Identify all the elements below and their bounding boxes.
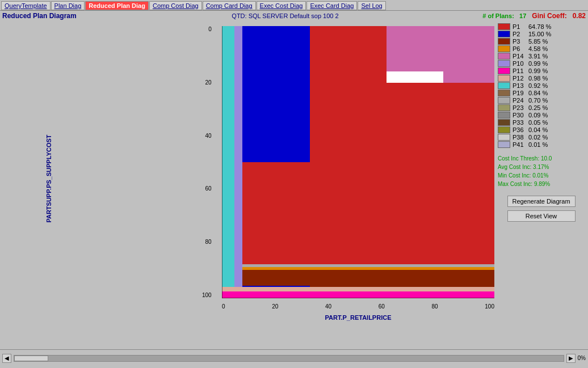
scroll-left-button[interactable]: ◀ xyxy=(2,354,11,363)
main-content: Reduced Plan Diagram QTD: SQL SERVER Def… xyxy=(0,11,588,366)
legend-label-p2: P2 xyxy=(513,31,528,37)
gini-label: Gini Coeff: xyxy=(532,12,566,20)
legend-color-p23 xyxy=(498,104,510,111)
scroll-right-button[interactable]: ▶ xyxy=(566,354,576,363)
legend-color-p1 xyxy=(498,23,510,30)
legend-item-p30: P30 0.09 % xyxy=(498,112,585,119)
svg-rect-35 xyxy=(242,264,494,267)
chart-container: PARTSUPP.PS_SUPPLYCOST 100 80 60 40 20 0 xyxy=(0,21,494,349)
max-cost-inc: Max Cost Inc: 9.89% xyxy=(498,180,585,188)
legend-label-p36: P36 xyxy=(513,126,528,133)
legend-item-p3: P3 5.85 % xyxy=(498,38,585,45)
tab-plandiag[interactable]: Plan Diag xyxy=(51,1,85,10)
legend-pct-p13: 0.92 % xyxy=(528,82,548,89)
legend-item-p24: P24 0.70 % xyxy=(498,97,585,104)
legend-label-p19: P19 xyxy=(513,90,528,96)
legend-label-p23: P23 xyxy=(513,104,528,111)
legend-pct-p12: 0.98 % xyxy=(528,75,548,82)
legend-item-p19: P19 0.84 % xyxy=(498,90,585,96)
svg-rect-31 xyxy=(222,287,494,291)
scroll-pct: 0% xyxy=(578,355,586,361)
legend-label-p14: P14 xyxy=(513,53,528,60)
legend-label-p11: P11 xyxy=(513,67,528,74)
gini-coeff: Gini Coeff: 0.82 xyxy=(532,12,586,20)
legend-color-p19 xyxy=(498,90,510,96)
legend-label-p1: P1 xyxy=(513,23,528,30)
regenerate-button[interactable]: Regenerate Diagram xyxy=(507,196,576,207)
chart-wrapper: 100 80 60 40 20 0 xyxy=(222,26,494,298)
tab-querytemplate[interactable]: QueryTemplate xyxy=(1,1,51,10)
legend-label-p3: P3 xyxy=(513,38,528,45)
cost-inc-thresh: Cost Inc Thresh: 10.0 xyxy=(498,154,585,163)
tab-execcarddiag[interactable]: Exec Card Diag xyxy=(306,1,357,10)
tab-compcostdiag[interactable]: Comp Cost Diag xyxy=(149,1,202,10)
x-axis-label: PART.P_RETAILPRICE xyxy=(325,314,392,321)
legend-label-p30: P30 xyxy=(513,112,528,119)
legend-pct-p36: 0.04 % xyxy=(528,126,548,133)
legend-label-p33: P33 xyxy=(513,119,528,126)
legend-pct-p1: 64.78 % xyxy=(528,23,551,30)
legend-label-p38: P38 xyxy=(513,134,528,141)
legend-pct-p30: 0.09 % xyxy=(528,112,548,119)
legend-pct-p11: 0.99 % xyxy=(528,67,548,74)
content-area: PARTSUPP.PS_SUPPLYCOST 100 80 60 40 20 0 xyxy=(0,21,588,349)
avg-cost-inc: Avg Cost Inc: 3.17% xyxy=(498,163,585,171)
tab-compcarddiag[interactable]: Comp Card Diag xyxy=(203,1,256,10)
gini-value: 0.82 xyxy=(573,12,586,20)
stats-box: Cost Inc Thresh: 10.0 Avg Cost Inc: 3.17… xyxy=(498,154,585,188)
legend-pct-p33: 0.05 % xyxy=(528,119,548,126)
scrollbar-area: ◀ ▶ 0% xyxy=(0,349,588,366)
svg-rect-24 xyxy=(310,83,494,267)
legend-item-p14: P14 3.91 % xyxy=(498,53,585,60)
svg-rect-34 xyxy=(242,267,494,270)
svg-marker-22 xyxy=(242,162,310,267)
legend-color-p12 xyxy=(498,75,510,82)
legend-item-p23: P23 0.25 % xyxy=(498,104,585,111)
page-title: Reduced Plan Diagram xyxy=(2,12,77,20)
legend-item-p33: P33 0.05 % xyxy=(498,119,585,126)
legend-item-p1: P1 64.78 % xyxy=(498,23,585,30)
legend-item-p12: P12 0.98 % xyxy=(498,75,585,82)
legend-color-p36 xyxy=(498,126,510,133)
chart-main-svg[interactable] xyxy=(222,26,494,298)
legend-color-p38 xyxy=(498,134,510,141)
svg-rect-29 xyxy=(222,26,234,287)
y-axis-label: PARTSUPP.PS_SUPPLYCOST xyxy=(45,134,52,222)
scrollbar-track[interactable] xyxy=(14,355,564,362)
legend-color-p10 xyxy=(498,60,510,67)
tab-bar: QueryTemplate Plan Diag Reduced Plan Dia… xyxy=(0,0,588,11)
legend-pct-p24: 0.70 % xyxy=(528,97,548,104)
legend-item-p38: P38 0.02 % xyxy=(498,134,585,141)
tab-reducedplandiag[interactable]: Reduced Plan Diag xyxy=(85,1,149,10)
legend-color-p24 xyxy=(498,97,510,104)
reset-button[interactable]: Reset View xyxy=(507,210,576,222)
tab-sellog[interactable]: Sel Log xyxy=(358,1,385,10)
legend-pct-p3: 5.85 % xyxy=(528,38,548,45)
legend-item-p6: P6 4.58 % xyxy=(498,45,585,52)
legend-pct-p38: 0.02 % xyxy=(528,134,548,141)
legend-color-p13 xyxy=(498,82,510,89)
num-plans-label: # of Plans: 17 xyxy=(482,12,526,19)
legend-color-p33 xyxy=(498,119,510,126)
legend-color-p2 xyxy=(498,31,510,37)
legend-pct-p41: 0.01 % xyxy=(528,141,548,148)
svg-rect-33 xyxy=(242,270,494,286)
legend-item-p2: P2 15.00 % xyxy=(498,31,585,37)
legend-pct-p10: 0.99 % xyxy=(528,60,548,67)
svg-rect-25 xyxy=(310,26,387,83)
legend-item-p13: P13 0.92 % xyxy=(498,82,585,89)
legend-item-p11: P11 0.99 % xyxy=(498,67,585,74)
legend-color-p30 xyxy=(498,112,510,119)
svg-marker-23 xyxy=(242,26,310,162)
svg-rect-30 xyxy=(234,26,242,287)
legend-pct-p19: 0.84 % xyxy=(528,90,548,96)
legend-label-p24: P24 xyxy=(513,97,528,104)
legend-color-p6 xyxy=(498,45,510,52)
legend-color-p3 xyxy=(498,38,510,45)
scrollbar-thumb[interactable] xyxy=(14,356,48,361)
tab-execcostdiag[interactable]: Exec Cost Diag xyxy=(257,1,306,10)
legend-item-p36: P36 0.04 % xyxy=(498,126,585,133)
legend-pct-p14: 3.91 % xyxy=(528,53,548,60)
legend-label-p10: P10 xyxy=(513,60,528,67)
legend-label-p6: P6 xyxy=(513,45,528,52)
